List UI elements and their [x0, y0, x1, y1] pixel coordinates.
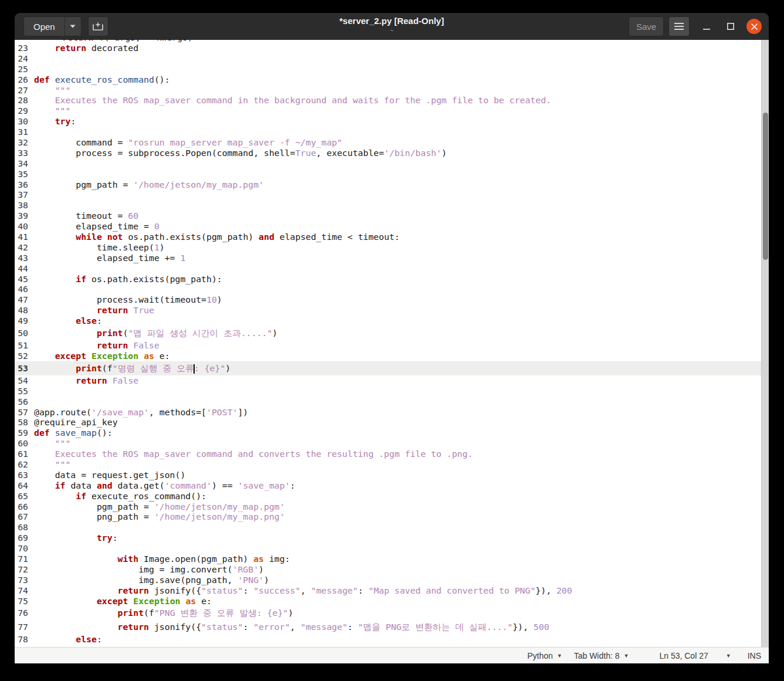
code-line[interactable]: 78 else:	[15, 634, 769, 645]
code-line[interactable]: 29 """	[15, 106, 769, 116]
text-editor-area[interactable]: return f(*args, **kwargs) 23 return deco…	[15, 40, 769, 647]
code-line[interactable]: 54 return False	[15, 375, 769, 386]
code-line[interactable]: 39 timeout = 60	[15, 211, 769, 221]
code-line[interactable]: 27 """	[15, 85, 769, 96]
code-line[interactable]: 73 img.save(png_path, 'PNG')	[15, 575, 769, 585]
code-line[interactable]: 51 return False	[15, 340, 769, 351]
statusbar: Python ▼ Tab Width: 8 ▼ Ln 53, Col 27 ▼ …	[15, 647, 769, 663]
code-line[interactable]: 36 pgm_path = '/home/jetson/my_map.pgm'	[15, 179, 769, 190]
insert-mode-indicator: INS	[748, 651, 761, 660]
code-line[interactable]: 26def execute_ros_command():	[15, 74, 769, 85]
code-line[interactable]: 70	[15, 543, 769, 554]
code-line[interactable]: 69 try:	[15, 533, 769, 543]
line-number: 69	[15, 533, 28, 543]
line-number: 78	[15, 634, 28, 645]
scrollbar-thumb[interactable]	[763, 113, 768, 260]
code-line[interactable]: 63 data = request.get_json()	[15, 470, 769, 480]
code-text: return jsonify({"status": "error", "mess…	[34, 622, 549, 632]
code-line[interactable]: 74 return jsonify({"status": "success", …	[15, 585, 769, 596]
code-line[interactable]: 43 elapsed_time += 1	[15, 253, 769, 263]
code-text: return decorated	[34, 43, 138, 53]
vertical-scrollbar[interactable]	[761, 40, 769, 647]
code-text: """	[34, 106, 70, 116]
code-line[interactable]: 53 print(f"명령 실행 중 오류: {e}")	[15, 361, 769, 375]
code-line[interactable]: 61 Executes the ROS map_saver command an…	[15, 449, 769, 459]
code-line[interactable]: 46	[15, 284, 769, 294]
save-button[interactable]: Save	[629, 16, 664, 36]
goto-line-dropdown[interactable]: ▼	[726, 653, 731, 659]
code-line[interactable]: 65 if execute_ros_command():	[15, 491, 769, 502]
line-number: 47	[15, 294, 28, 305]
code-text: while not os.path.exists(pgm_path) and e…	[34, 232, 400, 242]
code-line[interactable]: 24	[15, 53, 769, 64]
code-line[interactable]: 31	[15, 127, 769, 137]
chevron-down-icon: ▼	[557, 653, 562, 659]
code-line[interactable]: 30 try:	[15, 116, 769, 127]
code-text: img = img.convert('RGB')	[34, 564, 264, 574]
open-button[interactable]: Open	[24, 17, 65, 36]
code-line[interactable]: 32 command = "rosrun map_server map_save…	[15, 137, 769, 148]
code-line[interactable]: 40 elapsed_time = 0	[15, 221, 769, 232]
new-document-button[interactable]	[88, 16, 108, 36]
code-text: """	[34, 438, 70, 448]
code-line[interactable]: 48 return True	[15, 305, 769, 316]
code-line[interactable]: 66 pgm_path = '/home/jetson/my_map.pgm'	[15, 502, 769, 512]
code-line[interactable]: 55	[15, 386, 769, 397]
code-line[interactable]: 57@app.route('/save_map', methods=['POST…	[15, 407, 769, 418]
code-line[interactable]: 64 if data and data.get('command') == 's…	[15, 480, 769, 491]
code-line[interactable]: 42 time.sleep(1)	[15, 242, 769, 253]
code-line[interactable]: 25	[15, 64, 769, 74]
line-number: 33	[15, 148, 28, 158]
code-text: if data and data.get('command') == 'save…	[34, 480, 296, 490]
code-line[interactable]: 37	[15, 189, 769, 200]
tab-width-selector[interactable]: Tab Width: 8 ▼	[574, 651, 629, 660]
code-line[interactable]: 68	[15, 522, 769, 533]
line-number: 72	[15, 564, 28, 575]
code-text: else:	[34, 634, 102, 644]
maximize-button[interactable]	[724, 19, 738, 33]
code-text: try:	[34, 533, 118, 543]
code-line[interactable]: 50 print("맵 파일 생성 시간이 초과.....")	[15, 326, 769, 340]
line-number: 42	[15, 242, 28, 253]
code-line[interactable]: 77 return jsonify({"status": "error", "m…	[15, 620, 769, 634]
code-line[interactable]: 35	[15, 169, 769, 179]
code-line[interactable]: 23 return decorated	[15, 43, 769, 53]
titlebar: *server_2.py [Read-Only] ~ Open	[15, 13, 769, 40]
code-line[interactable]: 44	[15, 263, 769, 274]
code-line[interactable]: 71 with Image.open(pgm_path) as img:	[15, 554, 769, 564]
code-text: """	[34, 459, 70, 469]
code-line[interactable]: 47 process.wait(timeout=10)	[15, 294, 769, 305]
line-number: 71	[15, 554, 28, 564]
code-line[interactable]: 60 """	[15, 438, 769, 449]
line-number: 30	[15, 116, 28, 127]
language-label: Python	[527, 651, 553, 660]
code-line[interactable]: 72 img = img.convert('RGB')	[15, 564, 769, 575]
code-line[interactable]: 52 except Exception as e:	[15, 351, 769, 361]
minimize-button[interactable]	[700, 19, 714, 33]
code-line[interactable]: 28 Executes the ROS map_saver command in…	[15, 95, 769, 106]
code-text: png_path = '/home/jetson/my_map.png'	[34, 511, 285, 521]
code-line[interactable]: 38	[15, 200, 769, 211]
save-button-label: Save	[636, 22, 656, 32]
code-line[interactable]: 41 while not os.path.exists(pgm_path) an…	[15, 232, 769, 242]
code-line[interactable]: 59def save_map():	[15, 428, 769, 438]
code-line[interactable]: 76 print(f"PNG 변환 중 오류 발생: {e}")	[15, 606, 769, 620]
line-number: 50	[15, 326, 28, 340]
code-line[interactable]: 49 else:	[15, 316, 769, 326]
code-line[interactable]: 67 png_path = '/home/jetson/my_map.png'	[15, 511, 769, 522]
code-line[interactable]: 75 except Exception as e:	[15, 596, 769, 607]
code-line[interactable]: 62 """	[15, 459, 769, 470]
code-line[interactable]: 33 process = subprocess.Popen(command, s…	[15, 148, 769, 158]
chevron-down-icon: ▼	[726, 653, 731, 659]
line-number: 76	[15, 606, 28, 620]
line-number: 73	[15, 575, 28, 585]
code-line[interactable]: 45 if os.path.exists(pgm_path):	[15, 274, 769, 284]
code-line[interactable]: 56	[15, 397, 769, 407]
line-number: 60	[15, 438, 28, 449]
code-line[interactable]: 58@require_api_key	[15, 417, 769, 428]
open-dropdown-button[interactable]	[65, 17, 81, 36]
menu-button[interactable]	[668, 16, 690, 36]
language-selector[interactable]: Python ▼	[527, 651, 562, 660]
code-line[interactable]: 34	[15, 158, 769, 169]
close-button[interactable]	[746, 19, 762, 34]
